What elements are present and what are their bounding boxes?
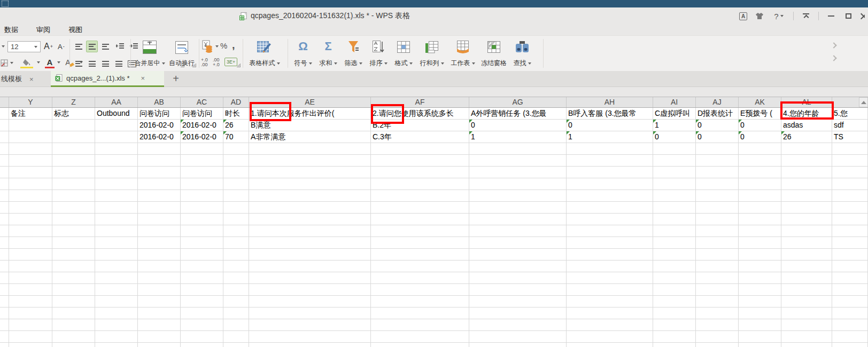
cell[interactable] — [469, 143, 567, 155]
cell[interactable] — [95, 190, 138, 202]
wrap-text-button[interactable]: 自动换行 — [168, 39, 196, 69]
cell[interactable] — [739, 143, 781, 155]
cell[interactable] — [223, 261, 249, 272]
cell[interactable] — [739, 202, 781, 214]
cell[interactable]: 5.您 — [832, 108, 868, 120]
cell[interactable]: C虚拟呼叫 — [653, 108, 696, 120]
cell[interactable] — [249, 343, 371, 347]
cell[interactable] — [181, 178, 223, 190]
column-header[interactable]: AC — [181, 97, 223, 107]
cell[interactable] — [781, 343, 832, 347]
cell[interactable] — [371, 319, 469, 331]
cell[interactable] — [739, 261, 781, 272]
cell[interactable] — [696, 225, 739, 237]
cell[interactable] — [653, 272, 696, 284]
cell[interactable] — [567, 190, 653, 202]
cell[interactable] — [223, 343, 249, 347]
cell[interactable] — [9, 296, 52, 307]
cell[interactable] — [9, 272, 52, 284]
cell[interactable] — [371, 261, 469, 272]
cell[interactable]: A非常满意 — [249, 131, 371, 143]
cell[interactable] — [696, 237, 739, 249]
cell[interactable] — [739, 272, 781, 284]
column-header[interactable]: AL — [781, 97, 832, 107]
language-icon[interactable]: A — [739, 12, 747, 20]
group-dialog-launcher-icon[interactable] — [237, 64, 241, 67]
cell[interactable] — [832, 319, 868, 331]
cell[interactable] — [223, 155, 249, 167]
cell[interactable] — [832, 343, 868, 347]
cell[interactable]: 2016-02-0 — [138, 120, 181, 131]
cell[interactable] — [52, 284, 95, 296]
cell[interactable] — [9, 249, 52, 261]
cell[interactable] — [567, 155, 653, 167]
tab-online-template[interactable]: 线模板 × — [0, 71, 49, 87]
cell[interactable] — [95, 225, 138, 237]
cell[interactable] — [0, 167, 9, 178]
cell[interactable] — [223, 214, 249, 225]
menu-tab-review[interactable]: 审阅 — [36, 25, 50, 35]
cell[interactable] — [138, 190, 181, 202]
cell[interactable] — [95, 296, 138, 307]
help-icon[interactable]: ? — [772, 11, 786, 21]
cell[interactable] — [469, 319, 567, 331]
align-right-icon[interactable] — [99, 58, 111, 69]
cell[interactable] — [653, 319, 696, 331]
cell[interactable] — [138, 237, 181, 249]
cell[interactable] — [696, 155, 739, 167]
cell[interactable] — [469, 155, 567, 167]
decrease-font-icon[interactable]: A- — [58, 40, 65, 53]
cell[interactable] — [52, 167, 95, 178]
cell[interactable] — [0, 249, 9, 261]
cell[interactable] — [371, 343, 469, 347]
cell[interactable] — [249, 249, 371, 261]
cell[interactable] — [9, 284, 52, 296]
cell[interactable] — [653, 296, 696, 307]
cell[interactable] — [52, 120, 95, 131]
cell[interactable] — [0, 343, 9, 347]
tab-close-icon[interactable]: × — [141, 74, 145, 82]
cell[interactable] — [223, 296, 249, 307]
cell[interactable] — [9, 190, 52, 202]
cell[interactable] — [653, 284, 696, 296]
cell[interactable] — [181, 261, 223, 272]
cell[interactable]: B满意 — [249, 120, 371, 131]
cell[interactable]: 70 — [223, 131, 249, 143]
cell[interactable] — [249, 331, 371, 343]
cell[interactable] — [95, 214, 138, 225]
cell[interactable] — [0, 237, 9, 249]
cell[interactable] — [95, 307, 138, 319]
cell[interactable] — [653, 214, 696, 225]
cell[interactable] — [696, 272, 739, 284]
cell[interactable] — [696, 261, 739, 272]
cell[interactable] — [469, 178, 567, 190]
cell[interactable] — [739, 237, 781, 249]
cell[interactable] — [653, 143, 696, 155]
align-center-icon[interactable] — [86, 58, 98, 69]
percent-format-icon[interactable]: % — [220, 41, 227, 50]
cell[interactable] — [781, 307, 832, 319]
worksheet-button[interactable]: 工作表 — [448, 39, 477, 69]
cell[interactable] — [371, 249, 469, 261]
column-header[interactable]: AK — [739, 97, 781, 107]
cell[interactable] — [95, 131, 138, 143]
cell[interactable] — [249, 155, 371, 167]
cell[interactable] — [469, 343, 567, 347]
cell[interactable] — [567, 178, 653, 190]
cell[interactable] — [223, 143, 249, 155]
rows-columns-button[interactable]: 行和列 — [417, 39, 447, 69]
cell[interactable] — [832, 261, 868, 272]
cell[interactable] — [832, 284, 868, 296]
merge-center-button[interactable]: 合并居中 — [134, 39, 166, 69]
cell[interactable] — [9, 343, 52, 347]
cell[interactable] — [9, 167, 52, 178]
cell[interactable] — [696, 178, 739, 190]
cell[interactable] — [52, 296, 95, 307]
cell[interactable] — [371, 190, 469, 202]
column-header[interactable]: AF — [371, 97, 469, 107]
cell[interactable] — [0, 178, 9, 190]
cell[interactable] — [653, 249, 696, 261]
cell[interactable] — [95, 143, 138, 155]
column-header[interactable] — [0, 97, 9, 107]
cell[interactable]: sdf — [832, 120, 868, 131]
